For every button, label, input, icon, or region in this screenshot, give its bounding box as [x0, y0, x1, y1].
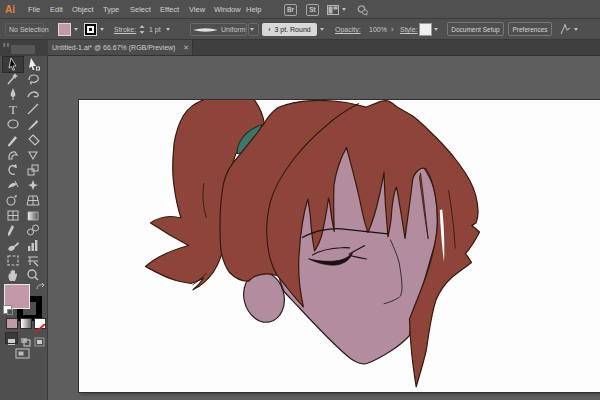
svg-text:T: T: [9, 102, 17, 116]
